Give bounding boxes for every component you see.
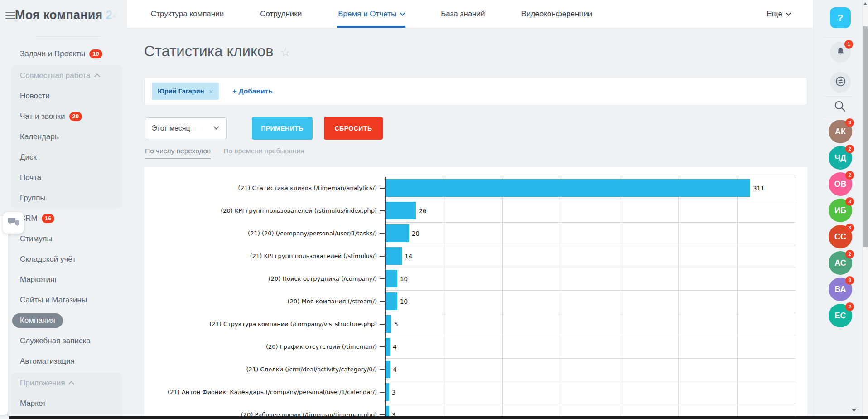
- sidebar-item[interactable]: Группы: [11, 188, 122, 208]
- page-title-row: Статистика кликов ☆: [144, 43, 291, 60]
- chart-gridline: [386, 268, 796, 268]
- divider: [824, 37, 852, 38]
- top-nav-items: Структура компанииСотрудникиВремя и Отче…: [151, 0, 628, 28]
- sidebar-item[interactable]: Почта: [11, 167, 122, 188]
- avatar[interactable]: АК3: [829, 120, 852, 143]
- chart-tick: [380, 346, 386, 347]
- chart-category-label: (20) График отсутствий (/timeman/): [144, 336, 377, 358]
- chart-gridline: [444, 177, 444, 419]
- sidebar-item[interactable]: Чат и звонки20: [11, 106, 122, 127]
- tab-by-time[interactable]: По времени пребывания: [223, 147, 304, 159]
- apply-button[interactable]: ПРИМЕНИТЬ: [252, 117, 313, 140]
- chevron-down-icon: [213, 124, 219, 130]
- top-nav-more-label: Еще: [767, 10, 782, 19]
- chart-bar: [386, 270, 397, 287]
- chart-gridline: [386, 358, 796, 359]
- chart-bar: [386, 292, 397, 310]
- help-button[interactable]: ?: [830, 7, 851, 28]
- sidebar-item[interactable]: Новости: [11, 86, 122, 106]
- chart-gridline: [386, 200, 796, 200]
- tab-by-clicks[interactable]: По числу переходов: [145, 147, 211, 159]
- sidebar-group-header[interactable]: Совместная работа: [11, 65, 122, 86]
- top-nav-item[interactable]: Время и Отчеты: [338, 0, 405, 28]
- chart-category-label: (21) Сделки (/crm/deal/activity/category…: [144, 358, 377, 381]
- chart-tick: [380, 301, 386, 302]
- chart-bar: [386, 361, 390, 378]
- sidebar-item[interactable]: Диск: [11, 147, 122, 167]
- divider: [824, 117, 852, 117]
- avatar[interactable]: ЕС2: [829, 304, 852, 327]
- chart-bar: [386, 247, 402, 265]
- avatar[interactable]: СС3: [829, 225, 852, 248]
- chart-bar: [386, 383, 389, 401]
- chat-fab-button[interactable]: [3, 212, 24, 234]
- chart-tick: [380, 188, 386, 189]
- avatar[interactable]: ВА3: [829, 278, 852, 301]
- sidebar-item[interactable]: Служебная записка: [0, 331, 127, 351]
- chart-bar: [386, 315, 391, 333]
- sidebar-item[interactable]: Маркет: [11, 393, 122, 414]
- reset-button[interactable]: СБРОСИТЬ: [324, 117, 383, 140]
- report-tabs: По числу переходов По времени пребывания: [145, 147, 304, 159]
- chart-tick: [380, 392, 386, 393]
- chart-value-label: 14: [405, 245, 412, 268]
- hamburger-menu-icon[interactable]: [5, 12, 15, 19]
- avatar-badge: 3: [845, 224, 854, 232]
- sidebar-item[interactable]: Компания: [0, 310, 127, 331]
- vertical-scrollbar[interactable]: [862, 0, 868, 419]
- sidebar-item[interactable]: Сайты и Магазины: [0, 290, 127, 310]
- favorite-star-icon[interactable]: ☆: [280, 45, 291, 59]
- chart-value-label: 10: [400, 290, 408, 313]
- messenger-button[interactable]: [830, 72, 851, 93]
- remove-tag-icon[interactable]: ×: [209, 88, 213, 95]
- chart-bar: [386, 224, 409, 242]
- chart-tick: [380, 233, 386, 234]
- search-button[interactable]: [833, 99, 847, 113]
- right-rail: ? 1: [813, 0, 862, 419]
- sidebar-item[interactable]: Маркетинг: [0, 269, 127, 290]
- chart-gridline: [386, 404, 796, 404]
- sidebar-item[interactable]: Автоматизация: [0, 351, 127, 371]
- sidebar-item[interactable]: Складской учёт: [0, 249, 127, 269]
- avatar-initials: АК: [835, 127, 846, 136]
- top-nav-more[interactable]: Еще: [767, 0, 791, 28]
- avatar[interactable]: ОВ2: [829, 172, 852, 196]
- avatar[interactable]: ИБ3: [829, 199, 852, 222]
- bell-icon: [835, 46, 846, 58]
- top-nav-item[interactable]: Сотрудники: [260, 0, 302, 28]
- avatar-initials: СС: [834, 232, 846, 242]
- collapsed-chat-panel[interactable]: [0, 216, 8, 415]
- filter-tag[interactable]: Юрий Гагарин ×: [152, 83, 219, 100]
- chart-gridline: [386, 222, 796, 223]
- top-nav-item[interactable]: База знаний: [441, 0, 485, 28]
- chart-border: [386, 177, 796, 177]
- company-logo[interactable]: Моя компания24: [15, 8, 123, 22]
- chart-value-label: 26: [419, 200, 426, 222]
- filter-box[interactable]: Юрий Гагарин × + Добавить: [144, 77, 807, 105]
- chart-gridline: [386, 290, 796, 291]
- period-select-value: Этот месяц: [152, 124, 190, 132]
- filter-add-button[interactable]: + Добавить: [232, 87, 272, 95]
- chart-value-label: 5: [394, 313, 398, 336]
- sidebar-item-label: Чат и звонки: [20, 112, 65, 121]
- counter-badge: 10: [89, 49, 102, 58]
- avatar-badge: 2: [845, 302, 854, 311]
- logo-fade: [98, 8, 123, 22]
- sidebar-group-header[interactable]: Приложения: [11, 373, 122, 393]
- top-nav-item[interactable]: Видеоконференции: [521, 0, 593, 28]
- avatar[interactable]: ЧД2: [829, 146, 852, 170]
- scroll-users-down-icon[interactable]: [851, 409, 857, 412]
- chart-bar: [386, 202, 416, 219]
- chart-tick: [380, 414, 386, 415]
- top-nav-item[interactable]: Структура компании: [151, 0, 224, 28]
- scrollbar-thumb[interactable]: [863, 26, 868, 247]
- chart-category-label: (21) Антон Фионик: Календарь (/company/p…: [144, 381, 377, 404]
- sidebar-item[interactable]: Задачи и Проекты10: [0, 44, 127, 64]
- avatar[interactable]: АС2: [829, 251, 852, 275]
- chart-category-label: (21) (20) (/company/personal/user/1/task…: [144, 222, 377, 245]
- chart-value-label: 311: [753, 177, 765, 200]
- window-bottom-edge: [9, 416, 868, 419]
- scrollbar-up-arrow[interactable]: [863, 2, 867, 5]
- period-select[interactable]: Этот месяц: [145, 117, 227, 139]
- sidebar-item[interactable]: Календарь: [11, 127, 122, 147]
